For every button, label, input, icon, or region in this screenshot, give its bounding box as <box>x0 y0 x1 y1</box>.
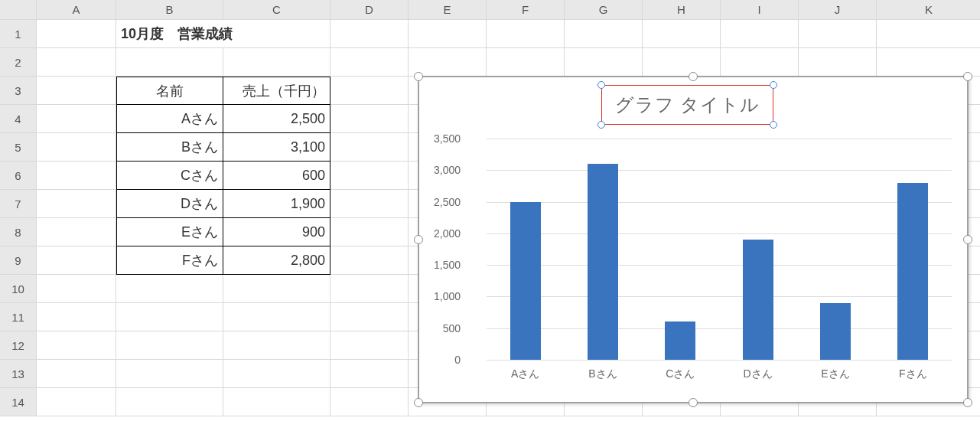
column-header[interactable]: J <box>799 0 877 20</box>
cell[interactable] <box>37 388 116 416</box>
cell[interactable] <box>330 48 409 77</box>
cell[interactable] <box>565 48 643 77</box>
cell[interactable] <box>37 77 116 105</box>
cell[interactable] <box>487 20 565 48</box>
row-header[interactable]: 6 <box>0 162 37 190</box>
column-header[interactable]: B <box>116 0 223 20</box>
cell[interactable] <box>116 48 223 77</box>
cell[interactable] <box>330 246 409 275</box>
row-header[interactable]: 11 <box>0 303 37 331</box>
cell[interactable] <box>116 303 223 331</box>
cell[interactable] <box>799 20 877 48</box>
row-header[interactable]: 10 <box>0 275 37 303</box>
cell[interactable] <box>37 190 116 218</box>
row-header[interactable]: 5 <box>0 133 37 162</box>
column-header[interactable]: G <box>565 0 643 20</box>
cell[interactable]: 900 <box>223 218 330 246</box>
cell[interactable]: 1,900 <box>223 190 330 218</box>
cell[interactable] <box>116 360 223 388</box>
row-header[interactable]: 8 <box>0 218 37 246</box>
cell[interactable]: 2,800 <box>223 246 330 275</box>
cell[interactable] <box>37 331 116 360</box>
resize-handle-icon[interactable] <box>963 72 972 81</box>
row-header[interactable]: 1 <box>0 20 37 48</box>
cell[interactable] <box>330 77 409 105</box>
cell[interactable]: Eさん <box>116 218 223 246</box>
cell[interactable] <box>37 218 116 246</box>
chart-bar[interactable] <box>897 183 928 360</box>
cell[interactable] <box>330 20 409 48</box>
cell[interactable]: 名前 <box>116 77 223 105</box>
cell[interactable] <box>487 48 565 77</box>
cell[interactable]: Dさん <box>116 190 223 218</box>
chart-bar[interactable] <box>665 321 695 360</box>
cell[interactable] <box>37 275 116 303</box>
chart-title[interactable]: グラフ タイトル <box>601 85 773 125</box>
cell[interactable]: Aさん <box>116 105 223 133</box>
chart-bar[interactable] <box>743 240 773 360</box>
cell[interactable]: 3,100 <box>223 133 330 162</box>
cell[interactable] <box>330 218 409 246</box>
column-header[interactable]: K <box>877 0 980 20</box>
resize-handle-icon[interactable] <box>689 72 698 81</box>
cell[interactable] <box>330 162 409 190</box>
cell[interactable] <box>223 388 330 416</box>
chart-bar[interactable] <box>588 164 618 360</box>
cell[interactable]: 2,500 <box>223 105 330 133</box>
title-resize-handle-icon[interactable] <box>597 81 605 89</box>
cell[interactable] <box>37 246 116 275</box>
column-header[interactable]: D <box>330 0 409 20</box>
cell[interactable]: 売上（千円） <box>223 77 330 105</box>
chart-plot-area[interactable]: 05001,0001,5002,0002,5003,0003,500 AさんBさ… <box>442 139 952 360</box>
column-header[interactable]: C <box>223 0 330 20</box>
cell[interactable] <box>409 20 487 48</box>
cell[interactable] <box>799 48 877 77</box>
cell[interactable] <box>643 48 721 77</box>
cell[interactable] <box>37 48 116 77</box>
chart-bar[interactable] <box>510 202 541 360</box>
chart-title-text[interactable]: グラフ タイトル <box>615 93 760 117</box>
cell[interactable] <box>116 331 223 360</box>
cell[interactable]: 600 <box>223 162 330 190</box>
cell[interactable]: Cさん <box>116 162 223 190</box>
cell[interactable]: 10月度 営業成績 <box>116 20 330 48</box>
cell[interactable] <box>330 388 409 416</box>
cell[interactable] <box>37 303 116 331</box>
cell[interactable] <box>116 275 223 303</box>
cell[interactable] <box>37 105 116 133</box>
title-resize-handle-icon[interactable] <box>770 81 777 89</box>
column-header[interactable]: E <box>409 0 487 20</box>
resize-handle-icon[interactable] <box>414 72 423 81</box>
cell[interactable] <box>223 303 330 331</box>
cell[interactable] <box>223 360 330 388</box>
row-header[interactable]: 2 <box>0 48 37 77</box>
select-all-corner[interactable] <box>0 0 37 20</box>
row-header[interactable]: 4 <box>0 105 37 133</box>
cell[interactable] <box>721 20 799 48</box>
cell[interactable] <box>37 133 116 162</box>
embedded-chart[interactable]: グラフ タイトル 05001,0001,5002,0002,5003,0003,… <box>418 76 969 403</box>
cell[interactable] <box>643 20 721 48</box>
cell[interactable] <box>330 105 409 133</box>
cell[interactable] <box>330 331 409 360</box>
row-header[interactable]: 7 <box>0 190 37 218</box>
row-header[interactable]: 14 <box>0 388 37 416</box>
column-header[interactable]: A <box>37 0 116 20</box>
resize-handle-icon[interactable] <box>689 398 698 407</box>
row-header[interactable]: 12 <box>0 331 37 360</box>
cell[interactable] <box>330 303 409 331</box>
cell[interactable] <box>330 190 409 218</box>
chart-bar[interactable] <box>820 303 851 360</box>
cell[interactable] <box>37 20 116 48</box>
cell[interactable] <box>330 133 409 162</box>
cell[interactable] <box>223 331 330 360</box>
column-header[interactable]: I <box>721 0 799 20</box>
cell[interactable] <box>37 162 116 190</box>
resize-handle-icon[interactable] <box>414 398 423 407</box>
cell[interactable] <box>223 48 330 77</box>
resize-handle-icon[interactable] <box>963 235 972 244</box>
cell[interactable] <box>330 360 409 388</box>
cell[interactable]: Fさん <box>116 246 223 275</box>
row-header[interactable]: 9 <box>0 246 37 275</box>
cell[interactable] <box>877 20 980 48</box>
